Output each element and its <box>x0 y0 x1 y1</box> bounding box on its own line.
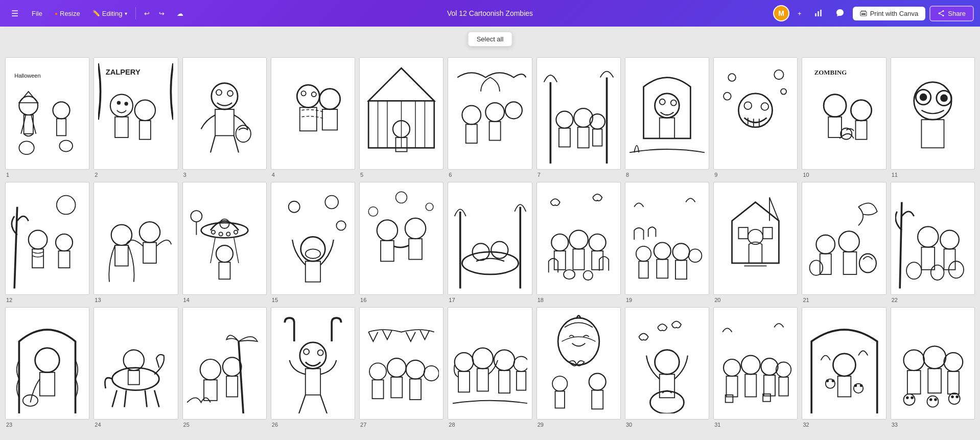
resize-label: Resize <box>60 10 80 17</box>
list-item[interactable]: 25 <box>182 307 267 428</box>
list-item[interactable]: 7 <box>536 57 621 178</box>
page-thumbnail[interactable] <box>359 307 444 420</box>
toolbar: ☰ File ● Resize ✏️ Editing ▾ ↩ ↪ ☁ Vol 1… <box>0 0 980 27</box>
editing-button[interactable]: ✏️ Editing ▾ <box>88 8 131 19</box>
page-thumbnail[interactable]: ZOMBING <box>802 57 886 170</box>
list-item[interactable]: 3 <box>182 57 267 178</box>
page-thumbnail[interactable] <box>536 182 621 294</box>
page-thumbnail[interactable]: ZALPERY <box>94 57 178 170</box>
page-number: 17 <box>448 297 455 303</box>
page-thumbnail[interactable] <box>448 57 532 170</box>
list-item[interactable]: ZOMBING 10 <box>802 57 886 178</box>
toolbar-left: ☰ File ● Resize ✏️ Editing ▾ ↩ ↪ ☁ <box>6 7 769 20</box>
page-thumbnail[interactable] <box>625 307 709 420</box>
file-label: File <box>32 10 42 17</box>
list-item[interactable]: 16 <box>359 182 444 303</box>
page-thumbnail[interactable] <box>182 57 267 170</box>
svg-rect-148 <box>718 188 793 289</box>
list-item[interactable]: 28 <box>448 307 532 428</box>
page-thumbnail[interactable] <box>94 182 178 294</box>
list-item[interactable]: 6 <box>448 57 532 178</box>
user-avatar[interactable]: M <box>773 5 789 21</box>
list-item[interactable]: 5 <box>359 57 444 178</box>
page-thumbnail[interactable] <box>802 307 886 420</box>
page-thumbnail[interactable] <box>891 57 975 170</box>
page-thumbnail[interactable] <box>625 182 709 294</box>
page-thumbnail[interactable] <box>891 307 975 420</box>
pages-grid: Halloween 1 ZALPERY <box>5 57 975 428</box>
save-cloud-button[interactable]: ☁ <box>173 8 188 19</box>
chat-button[interactable] <box>831 6 849 21</box>
page-number: 26 <box>271 422 278 428</box>
list-item[interactable]: 4 <box>271 57 355 178</box>
list-item[interactable]: ZALPERY 2 <box>94 57 178 178</box>
list-item[interactable]: 29 <box>536 307 621 428</box>
list-item[interactable]: 30 <box>625 307 709 428</box>
page-thumbnail[interactable] <box>536 57 621 170</box>
page-thumbnail[interactable] <box>802 182 886 294</box>
add-collaborator-button[interactable]: + <box>794 8 806 19</box>
list-item[interactable]: 18 <box>536 182 621 303</box>
file-button[interactable]: File <box>28 8 46 19</box>
svg-rect-199 <box>453 313 528 414</box>
list-item[interactable]: 13 <box>94 182 178 303</box>
print-with-canva-button[interactable]: Print with Canva <box>853 7 926 20</box>
select-all-button[interactable]: Select all <box>468 32 512 47</box>
svg-rect-26 <box>187 63 262 164</box>
list-item[interactable]: 11 <box>891 57 975 178</box>
list-item[interactable]: 15 <box>271 182 355 303</box>
list-item[interactable]: 32 <box>802 307 886 428</box>
list-item[interactable]: 24 <box>94 307 178 428</box>
svg-rect-110 <box>275 188 351 289</box>
list-item[interactable]: 20 <box>713 182 798 303</box>
page-thumbnail[interactable] <box>625 57 709 170</box>
list-item[interactable]: 22 <box>891 182 975 303</box>
page-thumbnail[interactable] <box>5 307 89 420</box>
page-thumbnail[interactable] <box>536 307 621 420</box>
list-item[interactable]: 21 <box>802 182 886 303</box>
page-thumbnail[interactable] <box>94 307 178 420</box>
page-thumbnail[interactable]: Halloween <box>5 57 89 170</box>
page-thumbnail[interactable] <box>5 182 89 294</box>
page-thumbnail[interactable] <box>271 307 355 420</box>
list-item[interactable]: 26 <box>271 307 355 428</box>
list-item[interactable]: 33 <box>891 307 975 428</box>
list-item[interactable]: 8 <box>625 57 709 178</box>
page-thumbnail[interactable] <box>713 182 798 294</box>
page-thumbnail[interactable] <box>713 57 798 170</box>
page-thumbnail[interactable] <box>182 182 267 294</box>
print-label: Print with Canva <box>870 10 919 17</box>
list-item[interactable]: 27 <box>359 307 444 428</box>
list-item[interactable]: 17 <box>448 182 532 303</box>
page-thumbnail[interactable] <box>713 307 798 420</box>
page-thumbnail[interactable] <box>271 57 355 170</box>
redo-button[interactable]: ↪ <box>155 8 169 19</box>
page-number: 25 <box>182 422 190 428</box>
menu-button[interactable]: ☰ <box>6 7 24 20</box>
svg-point-85 <box>940 95 948 102</box>
list-item[interactable]: 31 <box>713 307 798 428</box>
page-thumbnail[interactable] <box>891 182 975 294</box>
svg-point-232 <box>831 379 834 382</box>
page-thumbnail[interactable] <box>448 182 532 294</box>
list-item[interactable]: Halloween 1 <box>5 57 89 178</box>
page-thumbnail[interactable] <box>182 307 267 420</box>
page-number: 28 <box>448 422 455 428</box>
list-item[interactable]: 19 <box>625 182 709 303</box>
list-item[interactable]: 12 <box>5 182 89 303</box>
page-thumbnail[interactable] <box>448 307 532 420</box>
page-thumbnail[interactable] <box>359 182 444 294</box>
svg-rect-32 <box>275 63 351 164</box>
undo-button[interactable]: ↩ <box>140 8 154 19</box>
resize-button[interactable]: ● Resize <box>51 8 84 19</box>
page-number: 5 <box>359 172 363 178</box>
share-button[interactable]: Share <box>929 6 974 21</box>
list-item[interactable]: 23 <box>5 307 89 428</box>
page-thumbnail[interactable] <box>271 182 355 294</box>
toolbar-divider-1 <box>135 7 136 19</box>
list-item[interactable]: 14 <box>182 182 267 303</box>
page-number: 24 <box>94 422 101 428</box>
page-thumbnail[interactable] <box>359 57 444 170</box>
analytics-button[interactable] <box>810 6 827 21</box>
list-item[interactable]: 9 <box>713 57 798 178</box>
